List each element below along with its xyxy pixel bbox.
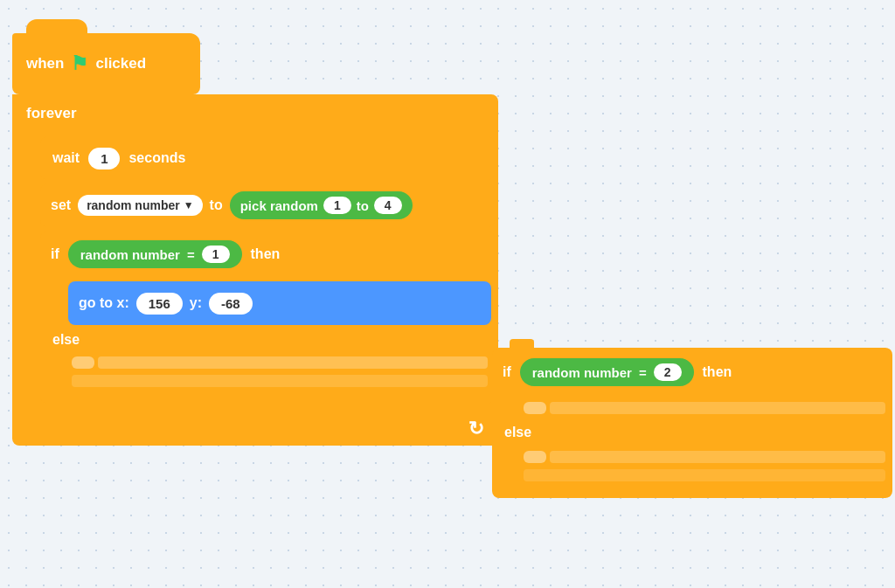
forever-label: forever xyxy=(26,105,77,122)
dropdown-arrow: ▼ xyxy=(184,199,194,211)
wait-label: wait xyxy=(52,150,80,166)
cond-equals-2: = xyxy=(639,365,647,380)
variable-name: random number xyxy=(87,198,180,212)
if-label-1: if xyxy=(51,246,59,262)
variable-dropdown[interactable]: random number ▼ xyxy=(78,195,202,216)
if-bottom-1 xyxy=(40,391,495,404)
if-bottom-2 xyxy=(492,486,892,498)
else2-slot xyxy=(517,447,892,467)
wait-value-pill[interactable]: 1 xyxy=(88,148,120,169)
else-inner-1 xyxy=(65,351,495,391)
goto-block: go to x: 156 y: -68 xyxy=(68,281,491,325)
else-label-2: else xyxy=(492,419,892,446)
cond-value-pill-2[interactable]: 2 xyxy=(654,363,682,381)
if-row-2: if random number = 2 then xyxy=(492,348,892,397)
forever-block: forever wait 1 seconds set random number… xyxy=(12,94,498,446)
seconds-label: seconds xyxy=(128,150,185,166)
then-label-1: then xyxy=(251,246,281,262)
clicked-label: clicked xyxy=(95,55,146,73)
pick-random-oval: pick random 1 to 4 xyxy=(230,191,413,219)
cond-variable-2: random number xyxy=(532,365,632,380)
wait-block: wait 1 seconds xyxy=(40,136,495,180)
forever-inner-content: wait 1 seconds set random number ▼ to pi… xyxy=(37,136,498,412)
if-block-2: if random number = 2 then else xyxy=(492,348,892,498)
if2-top-notch xyxy=(510,339,534,348)
pick-random-label: pick random xyxy=(240,198,318,213)
to-label: to xyxy=(210,197,223,213)
set-block: set random number ▼ to pick random 1 to … xyxy=(40,183,495,227)
y-value-pill[interactable]: -68 xyxy=(209,293,253,315)
else-inner-2 xyxy=(517,446,892,486)
set-label: set xyxy=(51,197,71,213)
cond-value-pill-1[interactable]: 1 xyxy=(202,246,230,263)
repeat-arrow-icon: ↺ xyxy=(468,418,484,440)
condition-oval-1: random number = 1 xyxy=(68,240,242,268)
y-label: y: xyxy=(190,295,202,311)
cond-equals-1: = xyxy=(187,247,195,262)
when-clicked-block: when ⚑ clicked xyxy=(12,33,200,94)
if2-slot xyxy=(517,398,892,418)
when-label: when xyxy=(26,55,64,73)
then-label-2: then xyxy=(703,364,732,380)
if-inner-1: go to x: 156 y: -68 xyxy=(65,281,495,325)
cond-variable-1: random number xyxy=(80,247,180,262)
pick-to-pill[interactable]: 4 xyxy=(374,197,402,214)
forever-footer: ↺ xyxy=(12,412,498,446)
else-slot-1 xyxy=(65,353,495,372)
forever-top-bar: forever xyxy=(12,94,498,133)
x-value-pill[interactable]: 156 xyxy=(136,293,183,315)
pick-from-pill[interactable]: 1 xyxy=(323,197,351,214)
else-label-1: else xyxy=(40,329,495,351)
if-label-2: if xyxy=(503,364,511,380)
if-row-1: if random number = 1 then xyxy=(40,231,495,278)
if-inner-2 xyxy=(517,397,892,419)
condition-oval-2: random number = 2 xyxy=(520,358,694,386)
if-block-1: if random number = 1 then go to x: 156 y… xyxy=(40,231,495,404)
flag-icon: ⚑ xyxy=(71,52,88,75)
pick-to-label: to xyxy=(357,198,369,213)
goto-label: go to x: xyxy=(79,295,129,311)
